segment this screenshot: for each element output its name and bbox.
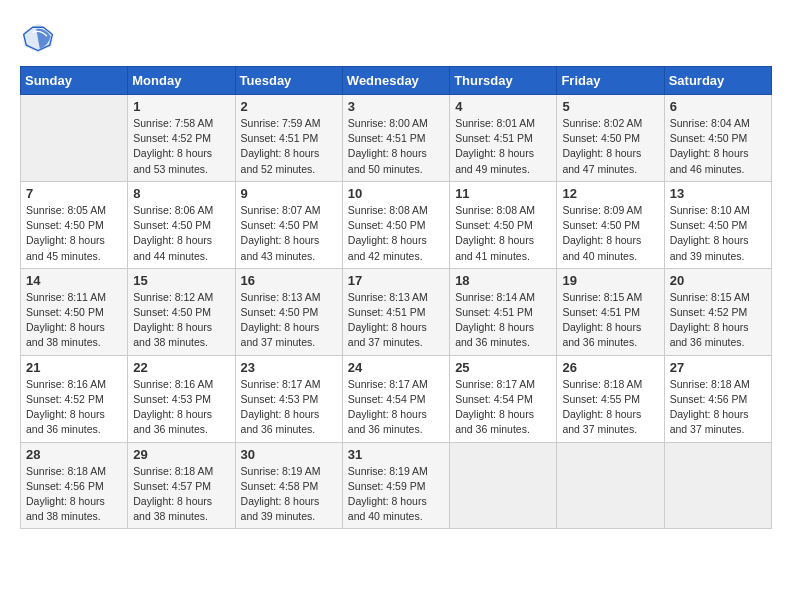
day-number: 17 <box>348 273 444 288</box>
day-info: Sunrise: 8:05 AM Sunset: 4:50 PM Dayligh… <box>26 203 122 264</box>
day-number: 4 <box>455 99 551 114</box>
day-info: Sunrise: 8:12 AM Sunset: 4:50 PM Dayligh… <box>133 290 229 351</box>
day-info: Sunrise: 8:00 AM Sunset: 4:51 PM Dayligh… <box>348 116 444 177</box>
day-number: 3 <box>348 99 444 114</box>
page-header <box>20 20 772 56</box>
day-info: Sunrise: 7:58 AM Sunset: 4:52 PM Dayligh… <box>133 116 229 177</box>
calendar-week-row: 7Sunrise: 8:05 AM Sunset: 4:50 PM Daylig… <box>21 181 772 268</box>
day-info: Sunrise: 8:04 AM Sunset: 4:50 PM Dayligh… <box>670 116 766 177</box>
calendar-cell: 11Sunrise: 8:08 AM Sunset: 4:50 PM Dayli… <box>450 181 557 268</box>
day-number: 16 <box>241 273 337 288</box>
day-number: 11 <box>455 186 551 201</box>
day-number: 1 <box>133 99 229 114</box>
day-number: 22 <box>133 360 229 375</box>
day-number: 6 <box>670 99 766 114</box>
calendar-cell: 20Sunrise: 8:15 AM Sunset: 4:52 PM Dayli… <box>664 268 771 355</box>
day-info: Sunrise: 8:18 AM Sunset: 4:56 PM Dayligh… <box>670 377 766 438</box>
calendar-week-row: 14Sunrise: 8:11 AM Sunset: 4:50 PM Dayli… <box>21 268 772 355</box>
calendar-cell: 27Sunrise: 8:18 AM Sunset: 4:56 PM Dayli… <box>664 355 771 442</box>
calendar-cell: 5Sunrise: 8:02 AM Sunset: 4:50 PM Daylig… <box>557 95 664 182</box>
day-info: Sunrise: 8:14 AM Sunset: 4:51 PM Dayligh… <box>455 290 551 351</box>
day-number: 5 <box>562 99 658 114</box>
calendar-cell: 8Sunrise: 8:06 AM Sunset: 4:50 PM Daylig… <box>128 181 235 268</box>
day-info: Sunrise: 8:09 AM Sunset: 4:50 PM Dayligh… <box>562 203 658 264</box>
day-number: 13 <box>670 186 766 201</box>
calendar-cell: 15Sunrise: 8:12 AM Sunset: 4:50 PM Dayli… <box>128 268 235 355</box>
calendar-cell: 14Sunrise: 8:11 AM Sunset: 4:50 PM Dayli… <box>21 268 128 355</box>
calendar-table: SundayMondayTuesdayWednesdayThursdayFrid… <box>20 66 772 529</box>
day-info: Sunrise: 8:08 AM Sunset: 4:50 PM Dayligh… <box>455 203 551 264</box>
calendar-cell: 4Sunrise: 8:01 AM Sunset: 4:51 PM Daylig… <box>450 95 557 182</box>
day-info: Sunrise: 8:18 AM Sunset: 4:55 PM Dayligh… <box>562 377 658 438</box>
calendar-cell: 19Sunrise: 8:15 AM Sunset: 4:51 PM Dayli… <box>557 268 664 355</box>
weekday-header-monday: Monday <box>128 67 235 95</box>
day-number: 2 <box>241 99 337 114</box>
day-info: Sunrise: 8:07 AM Sunset: 4:50 PM Dayligh… <box>241 203 337 264</box>
day-number: 18 <box>455 273 551 288</box>
calendar-cell: 22Sunrise: 8:16 AM Sunset: 4:53 PM Dayli… <box>128 355 235 442</box>
calendar-cell: 31Sunrise: 8:19 AM Sunset: 4:59 PM Dayli… <box>342 442 449 529</box>
calendar-cell: 13Sunrise: 8:10 AM Sunset: 4:50 PM Dayli… <box>664 181 771 268</box>
day-number: 23 <box>241 360 337 375</box>
day-info: Sunrise: 8:18 AM Sunset: 4:57 PM Dayligh… <box>133 464 229 525</box>
day-info: Sunrise: 8:08 AM Sunset: 4:50 PM Dayligh… <box>348 203 444 264</box>
weekday-header-saturday: Saturday <box>664 67 771 95</box>
day-number: 9 <box>241 186 337 201</box>
calendar-cell: 23Sunrise: 8:17 AM Sunset: 4:53 PM Dayli… <box>235 355 342 442</box>
calendar-cell <box>557 442 664 529</box>
day-info: Sunrise: 8:13 AM Sunset: 4:50 PM Dayligh… <box>241 290 337 351</box>
calendar-cell: 1Sunrise: 7:58 AM Sunset: 4:52 PM Daylig… <box>128 95 235 182</box>
day-number: 26 <box>562 360 658 375</box>
day-number: 24 <box>348 360 444 375</box>
day-info: Sunrise: 8:16 AM Sunset: 4:52 PM Dayligh… <box>26 377 122 438</box>
calendar-cell: 12Sunrise: 8:09 AM Sunset: 4:50 PM Dayli… <box>557 181 664 268</box>
calendar-cell: 17Sunrise: 8:13 AM Sunset: 4:51 PM Dayli… <box>342 268 449 355</box>
day-number: 20 <box>670 273 766 288</box>
day-number: 29 <box>133 447 229 462</box>
day-info: Sunrise: 8:15 AM Sunset: 4:51 PM Dayligh… <box>562 290 658 351</box>
day-number: 7 <box>26 186 122 201</box>
logo-icon <box>20 20 56 56</box>
day-number: 14 <box>26 273 122 288</box>
day-info: Sunrise: 8:01 AM Sunset: 4:51 PM Dayligh… <box>455 116 551 177</box>
calendar-cell <box>664 442 771 529</box>
calendar-cell: 10Sunrise: 8:08 AM Sunset: 4:50 PM Dayli… <box>342 181 449 268</box>
day-info: Sunrise: 8:13 AM Sunset: 4:51 PM Dayligh… <box>348 290 444 351</box>
weekday-header-row: SundayMondayTuesdayWednesdayThursdayFrid… <box>21 67 772 95</box>
day-info: Sunrise: 8:18 AM Sunset: 4:56 PM Dayligh… <box>26 464 122 525</box>
weekday-header-sunday: Sunday <box>21 67 128 95</box>
day-info: Sunrise: 8:15 AM Sunset: 4:52 PM Dayligh… <box>670 290 766 351</box>
calendar-cell: 16Sunrise: 8:13 AM Sunset: 4:50 PM Dayli… <box>235 268 342 355</box>
weekday-header-friday: Friday <box>557 67 664 95</box>
day-info: Sunrise: 8:17 AM Sunset: 4:53 PM Dayligh… <box>241 377 337 438</box>
calendar-cell <box>21 95 128 182</box>
day-info: Sunrise: 7:59 AM Sunset: 4:51 PM Dayligh… <box>241 116 337 177</box>
day-number: 12 <box>562 186 658 201</box>
calendar-cell: 18Sunrise: 8:14 AM Sunset: 4:51 PM Dayli… <box>450 268 557 355</box>
day-info: Sunrise: 8:16 AM Sunset: 4:53 PM Dayligh… <box>133 377 229 438</box>
calendar-cell: 9Sunrise: 8:07 AM Sunset: 4:50 PM Daylig… <box>235 181 342 268</box>
day-number: 10 <box>348 186 444 201</box>
calendar-cell: 2Sunrise: 7:59 AM Sunset: 4:51 PM Daylig… <box>235 95 342 182</box>
calendar-week-row: 1Sunrise: 7:58 AM Sunset: 4:52 PM Daylig… <box>21 95 772 182</box>
weekday-header-thursday: Thursday <box>450 67 557 95</box>
day-number: 19 <box>562 273 658 288</box>
weekday-header-tuesday: Tuesday <box>235 67 342 95</box>
calendar-week-row: 28Sunrise: 8:18 AM Sunset: 4:56 PM Dayli… <box>21 442 772 529</box>
calendar-cell: 6Sunrise: 8:04 AM Sunset: 4:50 PM Daylig… <box>664 95 771 182</box>
day-number: 30 <box>241 447 337 462</box>
day-number: 15 <box>133 273 229 288</box>
calendar-cell <box>450 442 557 529</box>
calendar-cell: 30Sunrise: 8:19 AM Sunset: 4:58 PM Dayli… <box>235 442 342 529</box>
day-info: Sunrise: 8:17 AM Sunset: 4:54 PM Dayligh… <box>348 377 444 438</box>
day-info: Sunrise: 8:10 AM Sunset: 4:50 PM Dayligh… <box>670 203 766 264</box>
calendar-cell: 24Sunrise: 8:17 AM Sunset: 4:54 PM Dayli… <box>342 355 449 442</box>
day-number: 8 <box>133 186 229 201</box>
day-number: 27 <box>670 360 766 375</box>
calendar-cell: 21Sunrise: 8:16 AM Sunset: 4:52 PM Dayli… <box>21 355 128 442</box>
logo <box>20 20 60 56</box>
day-info: Sunrise: 8:02 AM Sunset: 4:50 PM Dayligh… <box>562 116 658 177</box>
calendar-cell: 25Sunrise: 8:17 AM Sunset: 4:54 PM Dayli… <box>450 355 557 442</box>
calendar-cell: 7Sunrise: 8:05 AM Sunset: 4:50 PM Daylig… <box>21 181 128 268</box>
calendar-cell: 28Sunrise: 8:18 AM Sunset: 4:56 PM Dayli… <box>21 442 128 529</box>
